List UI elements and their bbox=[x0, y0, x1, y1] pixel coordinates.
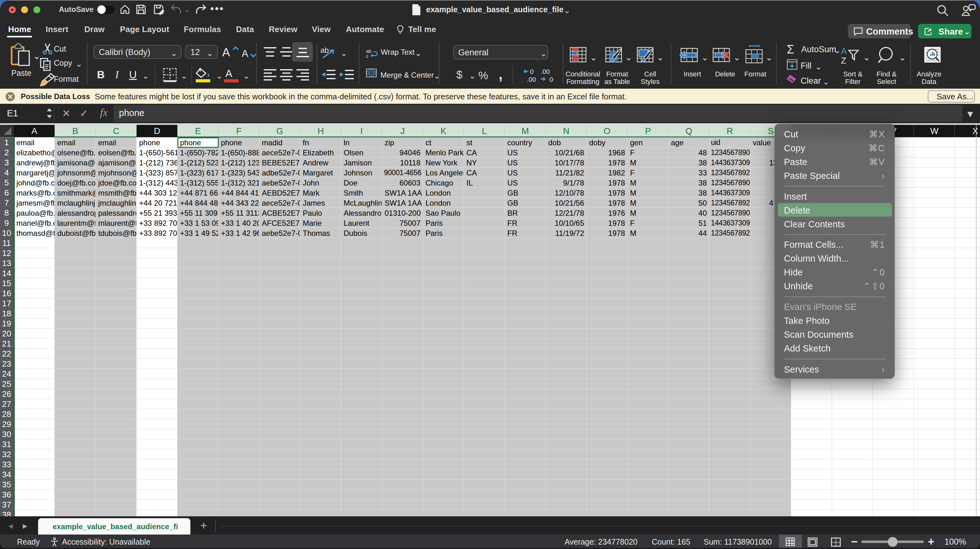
svg-text:ab: ab bbox=[366, 48, 371, 54]
svg-text:.00: .00 bbox=[527, 76, 536, 83]
svg-text:Z: Z bbox=[841, 56, 846, 65]
svg-text:0: 0 bbox=[549, 76, 553, 83]
svg-text:.00: .00 bbox=[541, 68, 550, 75]
svg-text:c: c bbox=[366, 54, 369, 59]
svg-text:0: 0 bbox=[530, 68, 534, 75]
svg-text:A: A bbox=[841, 46, 847, 56]
svg-text:ab: ab bbox=[320, 46, 329, 54]
